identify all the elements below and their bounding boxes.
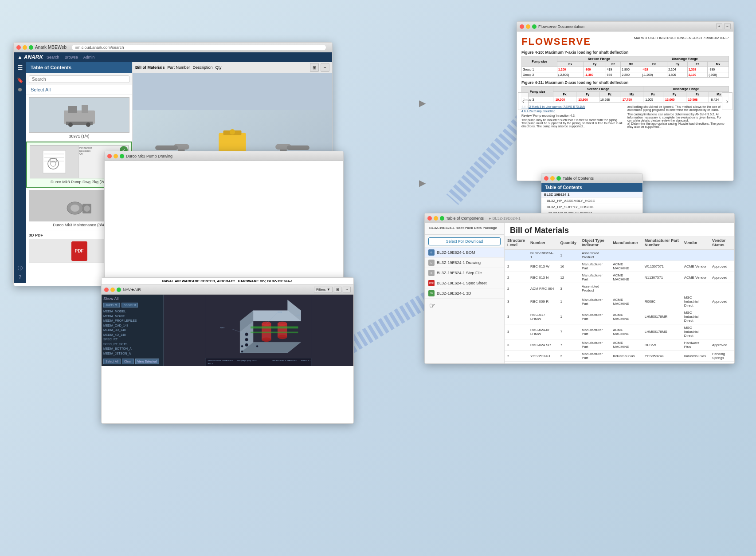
cad-joints-button[interactable]: Joints ▼ bbox=[103, 303, 120, 308]
bom-row-0[interactable]: BL3Z-19E624-1 1 Assembled Product bbox=[505, 249, 734, 261]
search-input[interactable] bbox=[29, 75, 129, 83]
flowserve-zoom-out[interactable]: − bbox=[724, 24, 731, 29]
svg-rect-146 bbox=[206, 295, 312, 366]
bom-row-3[interactable]: 2ACM RRC-0043Assembled Product bbox=[505, 283, 734, 294]
help-icon[interactable]: ? bbox=[19, 274, 21, 281]
select-all-button[interactable]: Select All bbox=[26, 85, 132, 95]
drawing-max[interactable] bbox=[120, 154, 124, 158]
zoom-fit-button[interactable]: ⊞ bbox=[310, 63, 319, 72]
tree-item-8[interactable]: SPEC_RT_SETS bbox=[103, 342, 161, 347]
bom-row-2[interactable]: 2RBC-013-N12Manufacturer PartACME MACHIN… bbox=[505, 272, 734, 283]
maximize-button[interactable] bbox=[29, 45, 33, 50]
zoom-out-button[interactable]: − bbox=[321, 63, 329, 72]
flowserve-nav-left[interactable]: ‹ bbox=[518, 92, 529, 110]
flowserve-close[interactable] bbox=[520, 24, 524, 29]
svg-line-4 bbox=[452, 120, 523, 200]
bom-file-spec[interactable]: PDF BL3Z-19E624-1 Spec Sheet bbox=[425, 278, 504, 288]
cad-nav-button[interactable]: ↔ bbox=[343, 287, 351, 292]
bom-col-qty: Qty bbox=[215, 65, 222, 70]
link-pump-mounting[interactable]: 4.6.4.2a Pump mounting bbox=[521, 110, 623, 113]
tree-item-10[interactable]: MEDIA_JETSON_A bbox=[103, 351, 161, 356]
bom-row-4[interactable]: 3RBC-009-R1Manufacturer PartACME MACHINE… bbox=[505, 294, 734, 309]
toc-min[interactable] bbox=[550, 176, 555, 181]
drawing-title-label: Durco Mk3 Pump Drawing bbox=[126, 154, 172, 158]
toc-close[interactable] bbox=[544, 176, 548, 181]
drawing-min[interactable] bbox=[114, 154, 118, 158]
bullet-icon bbox=[18, 88, 22, 91]
svg-rect-158 bbox=[251, 327, 298, 329]
flowserve-max[interactable] bbox=[532, 24, 537, 29]
bom-content-area: BL3Z-19E624-1 Root Pack Data Package Sel… bbox=[425, 223, 734, 364]
bookmark-icon[interactable]: 🔖 bbox=[17, 77, 24, 83]
svg-point-157 bbox=[278, 335, 287, 339]
bom-window-subtitle: ▸ BL3Z-19E624-1 bbox=[489, 216, 521, 221]
bom-row-9[interactable]: 254754S1688Manufacturer PartMilitary Fas… bbox=[505, 362, 734, 364]
cad-show-fit-button[interactable]: Show Fit bbox=[121, 303, 138, 308]
flowserve-content: FLOWSERVE MARK 3 USER INSTRUCTIONS ENGLI… bbox=[517, 32, 733, 181]
flowserve-zoom-in[interactable]: + bbox=[716, 24, 723, 29]
cad-titlebar: NAV★AIR Filters ▼ ⊞ ↔ bbox=[102, 285, 353, 295]
svg-rect-92 bbox=[287, 146, 309, 150]
menu-icon[interactable]: ☰ bbox=[17, 64, 23, 71]
info-icon[interactable]: ⓘ bbox=[18, 265, 23, 272]
toc-row-2[interactable]: BL3Z_HP_SUPPLY_HOSE01 bbox=[541, 204, 642, 210]
navair-subtitle: HARDWARE DIV, BL3Z-19E624-1 bbox=[238, 279, 293, 283]
bom-file-drawing[interactable]: D BL3Z-19E624-1 Drawing bbox=[425, 258, 504, 268]
bom-row-7[interactable]: 3RBC-024 SR7Manufacturer PartACME MACHIN… bbox=[505, 339, 734, 351]
tree-item-9[interactable]: MEDIA_BOTTON_A bbox=[103, 347, 161, 351]
cad-filters-button[interactable]: Filters ▼ bbox=[314, 287, 333, 292]
svg-point-84 bbox=[230, 129, 235, 134]
bom-row-5[interactable]: 3RRC-017 LHMW1Manufacturer PartACME MACH… bbox=[505, 309, 734, 324]
bom-file-label-3d: BL3Z-19E624-1 3D bbox=[437, 291, 471, 296]
hydraulic-manifold-svg: 48.00 12.00 BORE PORT Parts list loaded:… bbox=[164, 295, 353, 366]
bom-file-icon-spec: PDF bbox=[428, 280, 435, 286]
sidebar-item-1[interactable]: 38971 (1/4) bbox=[26, 95, 132, 142]
bom-file-step[interactable]: S BL3Z-19E624-1 Step File bbox=[425, 268, 504, 278]
svg-text:Title: HYDRAULIC MANIFOLD: Title: HYDRAULIC MANIFOLD bbox=[272, 359, 297, 362]
link-section-463[interactable]: 4.6.4.2 Mark 3 in-Line pumps (ASME B73.1… bbox=[521, 105, 623, 108]
tree-item-4[interactable]: MEDIA_CAD_148 bbox=[103, 323, 161, 328]
cad-zoom-button[interactable]: ⊞ bbox=[334, 287, 341, 292]
tree-item-1[interactable]: MEDIA_MODEL bbox=[103, 309, 161, 314]
url-bar[interactable]: iim.cloud.anark.com/search bbox=[72, 45, 326, 50]
cad-clear-btn[interactable]: Clear bbox=[122, 359, 134, 364]
navair-header: NAVAL AIR WARFARE CENTER, AIRCRAFT HARDW… bbox=[102, 278, 353, 285]
toc-max[interactable] bbox=[556, 176, 561, 181]
cell-mfrpart-0 bbox=[642, 249, 682, 261]
flowserve-min[interactable] bbox=[526, 24, 530, 29]
bom-main-title: Bill of Materials bbox=[510, 226, 729, 235]
cad-view-selected-btn[interactable]: View Selected bbox=[135, 359, 159, 364]
cad-toggle-row: Joints ▼ Show Fit bbox=[103, 303, 161, 308]
tree-item-2[interactable]: MEDIA_MOVIE bbox=[103, 314, 161, 319]
drawing-close[interactable] bbox=[107, 154, 112, 158]
bom-file-bom[interactable]: B BL3Z-19E624-1 BOM bbox=[425, 248, 504, 258]
bom-max[interactable] bbox=[440, 216, 444, 221]
bom-select-download: Select For Download bbox=[425, 235, 504, 248]
cad-min[interactable] bbox=[110, 288, 115, 292]
bom-close[interactable] bbox=[427, 216, 432, 221]
bom-row-6[interactable]: 3RBC-624-0F LHMW7Manufacturer PartACME M… bbox=[505, 324, 734, 339]
cad-close[interactable] bbox=[104, 288, 109, 292]
bom-min[interactable] bbox=[434, 216, 438, 221]
tree-item-3[interactable]: MEDIA_PROFILEFILES bbox=[103, 319, 161, 323]
tree-item-6[interactable]: MEDIA_4D_148 bbox=[103, 333, 161, 338]
flowserve-nav-right[interactable]: › bbox=[722, 92, 732, 110]
bom-row-8[interactable]: 2YCS35974U2Manufacturer PartIndustrial G… bbox=[505, 351, 734, 362]
bom-file-3d[interactable]: 3D BL3Z-19E624-1 3D bbox=[425, 288, 504, 299]
toc-row-1[interactable]: BL3Z_HP_ASSEMBLY_HOSE bbox=[541, 198, 642, 204]
bom-row-1[interactable]: 2RBC-013-W16Manufacturer PartACME MACHIN… bbox=[505, 261, 734, 272]
minimize-button[interactable] bbox=[23, 45, 27, 50]
cad-select-all-btn[interactable]: Select All bbox=[103, 359, 121, 364]
select-for-download-button[interactable]: Select For Download bbox=[428, 237, 501, 245]
svg-point-73 bbox=[71, 205, 79, 212]
nav-item-search[interactable]: Search bbox=[47, 55, 59, 59]
nav-item-browse[interactable]: Browse bbox=[65, 55, 78, 59]
close-button[interactable] bbox=[16, 45, 21, 50]
tree-item-5[interactable]: MEDIA_3D_148 bbox=[103, 328, 161, 333]
col-number: Number bbox=[528, 237, 557, 249]
cad-max[interactable] bbox=[117, 288, 121, 292]
toc-row-0[interactable]: BL3Z-19E624-1 bbox=[541, 192, 642, 198]
nav-item-admin[interactable]: Admin bbox=[83, 55, 95, 59]
drawing-titlebar: Durco Mk3 Pump Drawing bbox=[105, 151, 343, 161]
tree-item-7[interactable]: SPEC_RT bbox=[103, 337, 161, 342]
